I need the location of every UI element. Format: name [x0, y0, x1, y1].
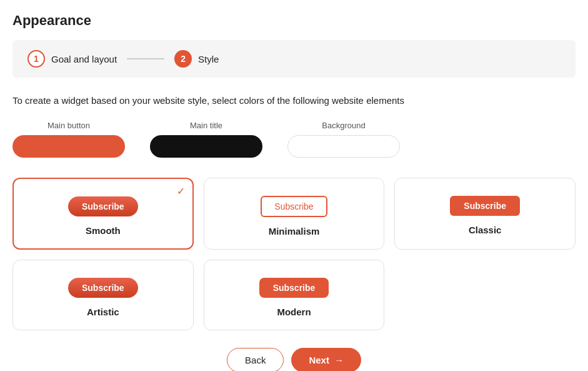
- step-2[interactable]: 2 Style: [174, 50, 219, 68]
- page-title: Appearance: [12, 13, 576, 29]
- next-button[interactable]: Next →: [291, 348, 361, 371]
- style-card-classic[interactable]: Subscribe Classic: [394, 178, 576, 250]
- main-title-swatch[interactable]: [150, 135, 262, 158]
- subscribe-button-modern[interactable]: Subscribe: [259, 278, 329, 298]
- main-title-label: Main title: [190, 121, 222, 130]
- bottom-actions: Back Next →: [12, 348, 576, 371]
- subscribe-button-classic[interactable]: Subscribe: [450, 196, 520, 216]
- background-label: Background: [322, 121, 365, 130]
- style-card-modern[interactable]: Subscribe Modern: [204, 260, 385, 330]
- subscribe-button-smooth[interactable]: Subscribe: [68, 196, 138, 216]
- step-1-circle: 1: [27, 50, 45, 68]
- main-button-label: Main button: [47, 121, 90, 130]
- style-label-modern: Modern: [277, 307, 311, 317]
- subscribe-button-minimalism[interactable]: Subscribe: [261, 196, 327, 217]
- main-button-swatch[interactable]: [12, 135, 125, 158]
- check-icon-smooth: ✓: [177, 185, 185, 197]
- style-card-smooth[interactable]: ✓ Subscribe Smooth: [12, 178, 194, 250]
- step-2-circle: 2: [174, 50, 192, 68]
- style-card-artistic[interactable]: Subscribe Artistic: [12, 260, 194, 330]
- main-title-picker: Main title: [150, 121, 262, 158]
- step-1-label: Goal and layout: [51, 54, 117, 64]
- main-button-picker: Main button: [12, 121, 125, 158]
- step-1[interactable]: 1 Goal and layout: [27, 50, 117, 68]
- page-wrapper: Appearance 1 Goal and layout 2 Style To …: [0, 0, 588, 371]
- background-swatch[interactable]: [287, 135, 400, 158]
- instruction-text: To create a widget based on your website…: [12, 95, 576, 106]
- color-pickers-row: Main button Main title Background: [12, 121, 576, 158]
- back-button[interactable]: Back: [227, 348, 284, 371]
- step-connector: [127, 58, 164, 59]
- style-card-minimalism[interactable]: Subscribe Minimalism: [204, 178, 385, 250]
- background-picker: Background: [287, 121, 400, 158]
- next-label: Next: [309, 355, 329, 365]
- style-label-smooth: Smooth: [86, 225, 121, 236]
- styles-grid: ✓ Subscribe Smooth Subscribe Minimalism …: [12, 178, 576, 330]
- stepper-bar: 1 Goal and layout 2 Style: [12, 40, 576, 78]
- style-label-classic: Classic: [469, 225, 502, 235]
- style-label-minimalism: Minimalism: [269, 226, 320, 236]
- step-2-label: Style: [198, 54, 219, 64]
- next-arrow-icon: →: [334, 355, 344, 365]
- style-label-artistic: Artistic: [87, 307, 119, 317]
- subscribe-button-artistic[interactable]: Subscribe: [68, 278, 138, 298]
